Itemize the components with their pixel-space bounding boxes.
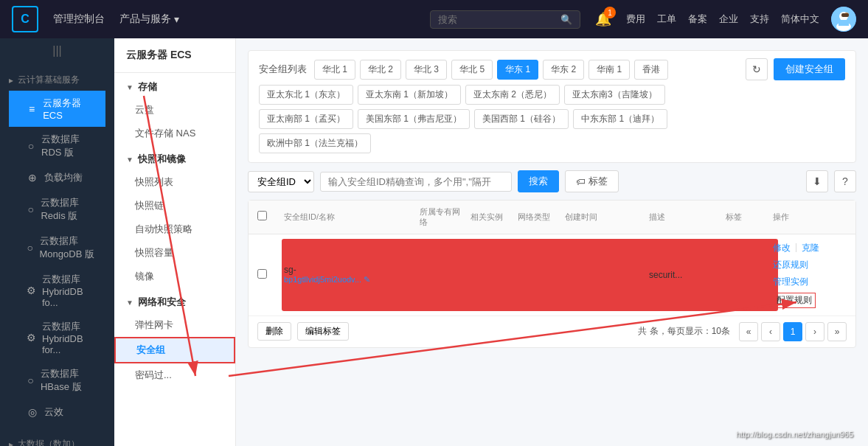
delete-button[interactable]: 删除 (257, 322, 291, 341)
row-id-cell: sg- bp1gtllvidj5mi2uodv... ✎ (284, 265, 417, 285)
sg-name[interactable]: bp1gtllvidj5mi2uodv... ✎ (284, 275, 417, 285)
menu-item-eni[interactable]: 弹性网卡 (114, 313, 235, 337)
export-button[interactable]: ⬇ (806, 170, 828, 192)
menu-item-snapshot-chain[interactable]: 快照链 (114, 194, 235, 217)
search-icon[interactable]: 🔍 (560, 14, 572, 25)
tag-filter-button[interactable]: 🏷 标签 (565, 170, 619, 192)
nav-fee[interactable]: 费用 (626, 13, 645, 26)
logo-icon: C (12, 6, 38, 32)
pagination-page-1[interactable]: 1 (783, 322, 802, 341)
nav-support[interactable]: 支持 (750, 13, 769, 26)
top-nav-right: 费用 工单 备案 企业 支持 简体中文 (626, 7, 856, 32)
nav-enterprise[interactable]: 企业 (719, 13, 738, 26)
search-input[interactable] (438, 14, 556, 25)
sidebar-section-bigdata-title[interactable]: ▸ 大数据（数加） (9, 433, 105, 446)
avatar[interactable] (831, 7, 856, 32)
region-tab-north2[interactable]: 华北 2 (360, 60, 401, 80)
menu-item-snapshot-capacity[interactable]: 快照容量 (114, 241, 235, 265)
divider1: | (795, 242, 797, 254)
sidebar-item-hybriddb2[interactable]: ⚙ 云数据库 HybridDB for... (9, 314, 105, 361)
menu-item-password[interactable]: 密码过... (114, 363, 235, 387)
pagination-next[interactable]: › (805, 322, 824, 341)
region-tab-north5[interactable]: 华北 5 (451, 60, 493, 80)
sidebar-item-redis[interactable]: ○ 云数据库 Redis 版 (9, 190, 105, 229)
menu-item-auto-snapshot[interactable]: 自动快照策略 (114, 217, 235, 241)
menu-item-security-group[interactable]: 安全组 (114, 337, 235, 363)
redis-icon: ○ (27, 203, 35, 215)
select-all-checkbox[interactable] (257, 211, 267, 220)
nav-management-console[interactable]: 管理控制台 (53, 13, 105, 26)
filter-type-select[interactable]: 安全组ID (248, 171, 314, 192)
footer-left-actions: 删除 编辑标签 (257, 322, 349, 341)
region-row-2: 亚太东北 1（东京） 亚太东南 1（新加坡） 亚太东南 2（悉尼） 亚太东南3（… (259, 85, 845, 105)
region-tab-kualalumpur[interactable]: 亚太东南3（吉隆坡） (564, 85, 665, 105)
help-button[interactable]: ? (834, 170, 856, 192)
region-tab-sydney[interactable]: 亚太东南 2（悉尼） (465, 85, 560, 105)
notification-bell[interactable]: 🔔 1 (595, 11, 611, 27)
snapshot-section-header[interactable]: ▼ 快照和镜像 (114, 145, 235, 170)
security-group-table: 安全组ID/名称 所属专有网络 相关实例 网络类型 创建时间 描述 标签 操作 (248, 200, 856, 348)
region-row-3: 亚太南部 1（孟买） 美国东部 1（弗吉尼亚） 美国西部 1（硅谷） 中东东部 … (259, 109, 845, 129)
refresh-button[interactable]: ↻ (746, 58, 768, 80)
sidebar-item-ecs[interactable]: ≡ 云服务器 ECS (9, 91, 105, 127)
pagination-first[interactable]: « (739, 322, 758, 341)
action-restore-rules[interactable]: 还原规则 (773, 259, 808, 271)
sidebar-item-hybriddb1[interactable]: ⚙ 云数据库 HybridDB fo... (9, 267, 105, 314)
action-manage-instances[interactable]: 管理实例 (773, 276, 808, 288)
action-clone[interactable]: 克隆 (802, 242, 819, 254)
sidebar-item-mongodb[interactable]: ○ 云数据库 MongoDB 版 (9, 229, 105, 267)
nav-products-services[interactable]: 产品与服务 ▾ (119, 13, 179, 26)
search-button[interactable]: 搜索 (518, 170, 559, 192)
nav-ticket[interactable]: 工单 (657, 13, 676, 26)
left-sidebar: ||| ▸ 云计算基础服务 ≡ 云服务器 ECS ○ 云数据库 RDS 版 ⊕ … (0, 38, 114, 446)
col-header-actions: 操作 (773, 212, 847, 222)
region-tab-tokyo[interactable]: 亚太东北 1（东京） (259, 85, 353, 105)
tag-icon: 🏷 (576, 176, 586, 187)
menu-item-nas[interactable]: 文件存储 NAS (114, 122, 235, 145)
menu-item-disk[interactable]: 云盘 (114, 98, 235, 122)
region-row-4: 欧洲中部 1（法兰克福） (259, 133, 845, 153)
filter-input[interactable] (320, 172, 512, 192)
edit-tags-button[interactable]: 编辑标签 (297, 322, 349, 341)
pagination: « ‹ 1 › » (739, 322, 847, 341)
storage-section-header[interactable]: ▼ 存储 (114, 73, 235, 98)
sidebar-item-yunxiao[interactable]: ◎ 云效 (9, 400, 105, 425)
region-tab-north3[interactable]: 华北 3 (406, 60, 447, 80)
footer-right: 共 条，每页显示：10条 « ‹ 1 › » (638, 322, 847, 341)
triangle-down-icon: ▼ (126, 83, 133, 91)
pagination-prev[interactable]: ‹ (761, 322, 780, 341)
region-tab-south1[interactable]: 华南 1 (588, 60, 630, 80)
sidebar-item-rds[interactable]: ○ 云数据库 RDS 版 (9, 127, 105, 165)
region-tabs: 安全组列表 华北 1 华北 2 华北 3 华北 5 华东 1 华东 2 华南 1… (248, 50, 856, 163)
row-checkbox[interactable] (257, 269, 267, 279)
region-tab-east1[interactable]: 华东 1 (497, 60, 538, 80)
table-header-row: 安全组ID/名称 所属专有网络 相关实例 网络类型 创建时间 描述 标签 操作 (249, 201, 855, 234)
action-configure-rules[interactable]: 配置规则 (773, 293, 816, 308)
sidebar-section-cloud-computing-title[interactable]: ▸ 云计算基础服务 (9, 69, 105, 91)
region-tab-hongkong[interactable]: 香港 (634, 60, 668, 80)
sidebar-item-hbase[interactable]: ○ 云数据库 HBase 版 (9, 361, 105, 400)
region-tab-virginia[interactable]: 美国东部 1（弗吉尼亚） (358, 109, 470, 129)
col-header-network-type: 网络类型 (518, 212, 562, 222)
action-modify[interactable]: 修改 (773, 242, 791, 254)
sidebar-item-slb[interactable]: ⊕ 负载均衡 (9, 165, 105, 190)
create-security-group-button[interactable]: 创建安全组 (774, 58, 845, 80)
triangle-down-icon-network: ▼ (126, 299, 133, 307)
region-tab-singapore[interactable]: 亚太东南 1（新加坡） (358, 85, 461, 105)
menu-item-image[interactable]: 镜像 (114, 265, 235, 288)
sidebar-collapse-button[interactable]: ||| (0, 38, 114, 63)
nav-language[interactable]: 简体中文 (781, 13, 819, 26)
total-info: 共 条，每页显示：10条 (638, 325, 730, 338)
sidebar-section-bigdata: ▸ 大数据（数加） (0, 428, 114, 446)
region-tab-east2[interactable]: 华东 2 (543, 60, 584, 80)
region-tab-silicon-valley[interactable]: 美国西部 1（硅谷） (474, 109, 569, 129)
nav-record[interactable]: 备案 (688, 13, 707, 26)
region-tab-dubai[interactable]: 中东东部 1（迪拜） (573, 109, 667, 129)
region-tab-frankfurt[interactable]: 欧洲中部 1（法兰克福） (259, 133, 371, 153)
network-section-header[interactable]: ▼ 网络和安全 (114, 288, 235, 313)
region-tab-mumbai[interactable]: 亚太南部 1（孟买） (259, 109, 353, 129)
pagination-last[interactable]: » (827, 322, 847, 341)
mongodb-icon: ○ (27, 242, 34, 254)
menu-item-snapshot-list[interactable]: 快照列表 (114, 170, 235, 194)
region-tab-north1[interactable]: 华北 1 (314, 60, 355, 80)
